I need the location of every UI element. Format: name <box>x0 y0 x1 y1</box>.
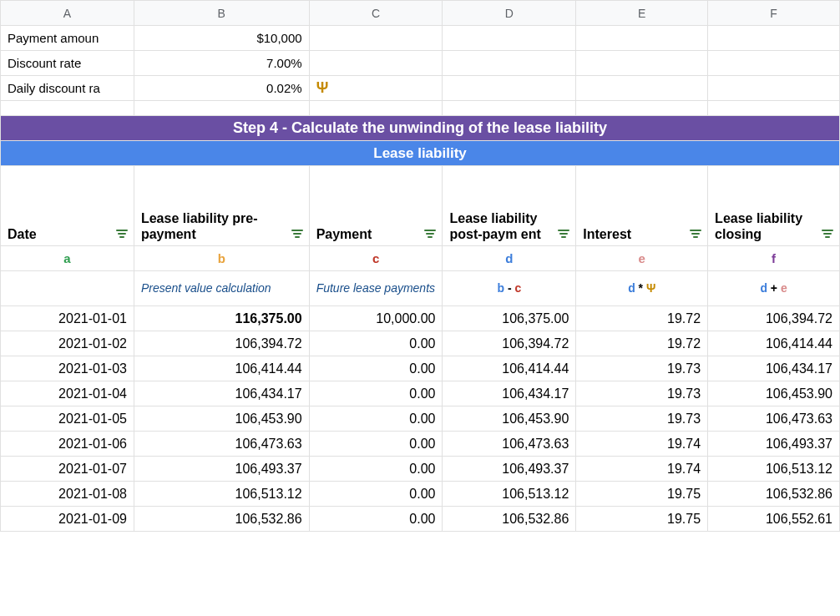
cell-pay[interactable]: 0.00 <box>309 432 443 457</box>
header-pre-payment[interactable]: Lease liability pre-payment <box>134 166 309 246</box>
formula-b[interactable]: Present value calculation <box>134 271 309 306</box>
cell-post[interactable]: 106,453.90 <box>443 406 576 432</box>
spreadsheet-grid[interactable]: A B C D E F Payment amoun $10,000 Discou… <box>0 0 840 532</box>
header-closing[interactable]: Lease liability closing <box>708 166 840 246</box>
cell-pre[interactable]: 106,414.44 <box>134 356 309 381</box>
filter-icon[interactable] <box>291 227 304 240</box>
cell-int[interactable]: 19.74 <box>576 432 708 457</box>
cell-date[interactable]: 2021-01-08 <box>1 482 134 507</box>
formula-f[interactable]: d + e <box>708 271 840 306</box>
cell-post[interactable]: 106,493.37 <box>443 457 576 482</box>
cell-pre[interactable]: 106,493.37 <box>134 457 309 482</box>
cell[interactable] <box>309 51 443 76</box>
cell[interactable] <box>576 76 708 101</box>
cell-post[interactable]: 106,394.72 <box>443 331 576 356</box>
filter-icon[interactable] <box>557 227 570 240</box>
discount-rate-label[interactable]: Discount rate <box>1 51 134 76</box>
discount-rate-value[interactable]: 7.00% <box>134 51 309 76</box>
cell-pre[interactable]: 106,473.63 <box>134 432 309 457</box>
col-header-D[interactable]: D <box>443 1 576 26</box>
filter-icon[interactable] <box>115 227 129 240</box>
cell-pay[interactable]: 10,000.00 <box>309 306 443 331</box>
col-header-E[interactable]: E <box>576 1 708 26</box>
header-payment[interactable]: Payment <box>309 166 443 246</box>
cell-pre[interactable]: 106,434.17 <box>134 381 309 406</box>
cell-pay[interactable]: 0.00 <box>309 331 443 356</box>
cell[interactable] <box>443 76 576 101</box>
cell[interactable] <box>708 26 840 51</box>
cell-post[interactable]: 106,414.44 <box>443 356 576 381</box>
cell-close[interactable]: 106,493.37 <box>708 432 840 457</box>
cell-date[interactable]: 2021-01-01 <box>1 306 134 331</box>
cell-close[interactable]: 106,453.90 <box>708 381 840 406</box>
cell-pre[interactable]: 116,375.00 <box>134 306 309 331</box>
cell-int[interactable]: 19.74 <box>576 457 708 482</box>
filter-icon[interactable] <box>689 227 702 240</box>
cell-pre[interactable]: 106,394.72 <box>134 331 309 356</box>
header-interest[interactable]: Interest <box>576 166 708 246</box>
cell-close[interactable]: 106,473.63 <box>708 406 840 432</box>
cell-pay[interactable]: 0.00 <box>309 381 443 406</box>
cell-date[interactable]: 2021-01-07 <box>1 457 134 482</box>
cell-pay[interactable]: 0.00 <box>309 482 443 507</box>
formula-c[interactable]: Future lease payments <box>309 271 443 306</box>
cell-int[interactable]: 19.73 <box>576 356 708 381</box>
letter-b[interactable]: b <box>134 246 309 271</box>
payment-amount-label[interactable]: Payment amoun <box>1 26 134 51</box>
filter-icon[interactable] <box>423 227 437 240</box>
cell[interactable] <box>708 51 840 76</box>
filter-icon[interactable] <box>821 227 834 240</box>
psi-symbol-cell[interactable]: Ψ <box>309 76 443 101</box>
cell-int[interactable]: 19.73 <box>576 381 708 406</box>
cell-int[interactable]: 19.75 <box>576 482 708 507</box>
cell[interactable] <box>576 26 708 51</box>
cell-int[interactable]: 19.72 <box>576 331 708 356</box>
col-header-F[interactable]: F <box>708 1 840 26</box>
cell-close[interactable]: 106,434.17 <box>708 356 840 381</box>
header-post-payment[interactable]: Lease liability post-paym ent <box>443 166 576 246</box>
cell-date[interactable]: 2021-01-05 <box>1 406 134 432</box>
header-date[interactable]: Date <box>1 166 134 246</box>
cell-close[interactable]: 106,414.44 <box>708 331 840 356</box>
letter-c[interactable]: c <box>309 246 443 271</box>
cell-post[interactable]: 106,375.00 <box>443 306 576 331</box>
daily-discount-label[interactable]: Daily discount ra <box>1 76 134 101</box>
cell-close[interactable]: 106,532.86 <box>708 482 840 507</box>
cell[interactable] <box>576 51 708 76</box>
cell-int[interactable]: 19.72 <box>576 306 708 331</box>
cell[interactable] <box>309 26 443 51</box>
cell-pay[interactable]: 0.00 <box>309 457 443 482</box>
cell[interactable] <box>443 26 576 51</box>
cell-int[interactable]: 19.75 <box>576 507 708 532</box>
cell-date[interactable]: 2021-01-03 <box>1 356 134 381</box>
cell-post[interactable]: 106,434.17 <box>443 381 576 406</box>
cell-pre[interactable]: 106,453.90 <box>134 406 309 432</box>
formula-a[interactable] <box>1 271 134 306</box>
letter-d[interactable]: d <box>443 246 576 271</box>
cell-pay[interactable]: 0.00 <box>309 406 443 432</box>
cell-close[interactable]: 106,394.72 <box>708 306 840 331</box>
cell-date[interactable]: 2021-01-09 <box>1 507 134 532</box>
cell-int[interactable]: 19.73 <box>576 406 708 432</box>
letter-a[interactable]: a <box>1 246 134 271</box>
cell-date[interactable]: 2021-01-04 <box>1 381 134 406</box>
cell-pre[interactable]: 106,532.86 <box>134 507 309 532</box>
cell-post[interactable]: 106,532.86 <box>443 507 576 532</box>
col-header-B[interactable]: B <box>134 1 309 26</box>
cell-post[interactable]: 106,513.12 <box>443 482 576 507</box>
cell[interactable] <box>708 76 840 101</box>
cell-post[interactable]: 106,473.63 <box>443 432 576 457</box>
cell-date[interactable]: 2021-01-02 <box>1 331 134 356</box>
col-header-A[interactable]: A <box>1 1 134 26</box>
col-header-C[interactable]: C <box>309 1 443 26</box>
payment-amount-value[interactable]: $10,000 <box>134 26 309 51</box>
formula-e[interactable]: d * Ψ <box>576 271 708 306</box>
formula-d[interactable]: b - c <box>443 271 576 306</box>
cell[interactable] <box>443 51 576 76</box>
cell-close[interactable]: 106,552.61 <box>708 507 840 532</box>
cell-pre[interactable]: 106,513.12 <box>134 482 309 507</box>
cell-pay[interactable]: 0.00 <box>309 356 443 381</box>
cell-pay[interactable]: 0.00 <box>309 507 443 532</box>
letter-e[interactable]: e <box>576 246 708 271</box>
letter-f[interactable]: f <box>708 246 840 271</box>
